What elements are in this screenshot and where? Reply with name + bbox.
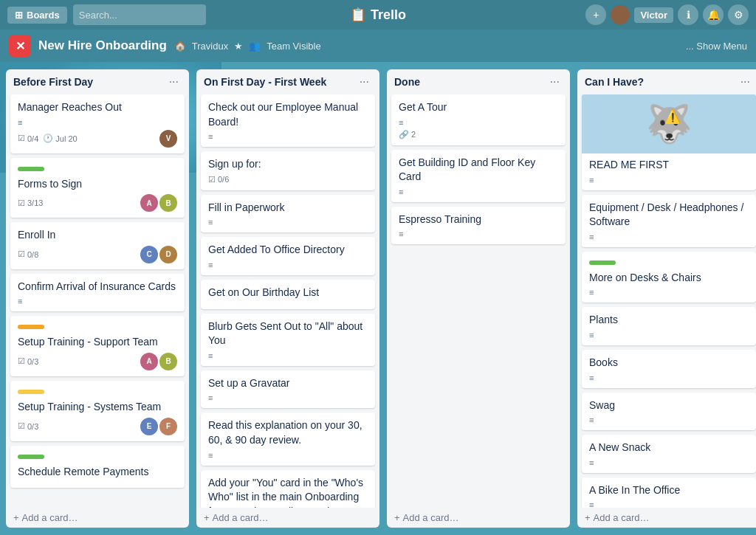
add-card-label: Add a card…: [594, 512, 650, 523]
card-title-gravatar: Set up a Gravatar: [208, 376, 368, 391]
card-meta-get-a-tour: 🔗2: [399, 130, 558, 139]
card-30-60-90[interactable]: Read this explanation on your 30, 60, & …: [201, 413, 375, 465]
avatar-setup-systems-1: F: [159, 418, 177, 435]
add-card-button-first-day-week[interactable]: +Add a card…: [196, 508, 379, 528]
badge-icon: ☑: [18, 421, 25, 431]
avatar-enroll-in-1: D: [159, 246, 177, 263]
column-title-before-first-day: Before First Day: [13, 76, 93, 88]
search-input[interactable]: [73, 4, 206, 25]
badge-icon: ☑: [18, 134, 25, 143]
card-title-equipment: Equipment / Desk / Headphones / Software: [589, 201, 749, 229]
add-card-label: Add a card…: [22, 512, 78, 523]
badge-text: 0/6: [218, 175, 229, 184]
card-manager-reaches-out[interactable]: Manager Reaches Out≡☑0/4🕐Jul 20V: [10, 94, 185, 153]
card-schedule-remote[interactable]: Schedule Remote Payments: [10, 446, 185, 489]
card-read-me-first[interactable]: 🐺⚠️READ ME FIRST≡: [582, 94, 756, 190]
boards-grid-icon: ⊞: [15, 10, 23, 21]
user-menu-button[interactable]: Victor: [634, 7, 673, 23]
card-desc-icon-building-id: ≡: [399, 187, 558, 196]
card-title-plants: Plants: [589, 313, 749, 328]
badge-text: 3/13: [27, 199, 43, 207]
card-get-a-tour[interactable]: Get A Tour≡🔗2: [391, 94, 566, 145]
column-before-first-day: Before First Day···Manager Reaches Out≡☑…: [6, 69, 189, 528]
card-books[interactable]: Books≡: [582, 350, 756, 388]
settings-button[interactable]: ⚙: [728, 4, 749, 25]
card-badge-get-a-tour: 🔗2: [399, 130, 416, 139]
card-setup-systems[interactable]: Setup Training - Systems Team☑0/3EF: [10, 381, 185, 441]
card-confirm-arrival[interactable]: Confirm Arrival of Insurance Cards≡: [10, 274, 185, 312]
card-fill-in-paperwork[interactable]: Fill in Paperwork≡: [201, 195, 375, 233]
add-card-button-can-i-have[interactable]: +Add a card…: [577, 508, 756, 528]
notifications-button[interactable]: 🔔: [703, 4, 724, 25]
add-button[interactable]: +: [585, 4, 606, 25]
board-icon: ✕: [9, 35, 31, 57]
card-employee-manual[interactable]: Check out our Employee Manual Board!≡: [201, 94, 375, 147]
avatar-setup-systems-0: E: [140, 418, 158, 435]
cards-container-first-day-week: Check out our Employee Manual Board!≡Sig…: [196, 94, 379, 508]
card-forms-to-sign[interactable]: Forms to Sign☑3/13AB: [10, 158, 185, 218]
column-menu-button-before-first-day[interactable]: ···: [166, 75, 182, 89]
cards-container-can-i-have: 🐺⚠️READ ME FIRST≡Equipment / Desk / Head…: [577, 94, 756, 508]
card-building-id[interactable]: Get Building ID and Floor Key Card≡: [391, 150, 566, 202]
card-gravatar[interactable]: Set up a Gravatar≡: [201, 370, 375, 409]
top-nav: ⊞ Boards 📋 Trello + Victor ℹ 🔔 ⚙: [0, 0, 756, 30]
column-done: Done···Get A Tour≡🔗2Get Building ID and …: [387, 69, 570, 528]
badge-text: 0/3: [27, 422, 38, 431]
card-desc-icon-equipment: ≡: [589, 232, 749, 241]
column-menu-button-done[interactable]: ···: [547, 75, 563, 89]
column-title-first-day-week: On First Day - First Week: [204, 76, 326, 88]
add-card-label: Add a card…: [213, 512, 269, 523]
card-equipment[interactable]: Equipment / Desk / Headphones / Software…: [582, 195, 756, 247]
card-enroll-in[interactable]: Enroll In☑0/8CD: [10, 222, 185, 269]
info-button[interactable]: ℹ: [678, 4, 698, 25]
board-area: Before First Day···Manager Reaches Out≡☑…: [0, 62, 756, 535]
add-card-button-done[interactable]: +Add a card…: [387, 508, 570, 528]
card-setup-support[interactable]: Setup Training - Support Team☑0/3AB: [10, 316, 185, 376]
card-meta-manager-reaches-out: ☑0/4🕐Jul 20V: [18, 130, 177, 148]
card-label-setup-systems: [18, 390, 44, 394]
card-plants[interactable]: Plants≡: [582, 307, 756, 345]
card-meta-enroll-in: ☑0/8CD: [18, 246, 177, 263]
card-avatars-setup-systems: EF: [140, 418, 177, 435]
card-whos-who[interactable]: Add your "You" card in the "Who's Who" l…: [201, 470, 375, 508]
avatar-enroll-in-0: C: [140, 246, 158, 263]
card-office-directory[interactable]: Get Added To Office Directory≡: [201, 237, 375, 275]
card-title-books: Books: [589, 356, 749, 370]
alert-icon: ⚠️: [664, 108, 681, 125]
card-desc-icon-confirm-arrival: ≡: [18, 297, 177, 306]
card-meta-left-setup-systems: ☑0/3: [18, 421, 38, 431]
card-desc-icon-gravatar: ≡: [208, 393, 368, 402]
card-new-snack[interactable]: A New Snack≡: [582, 435, 756, 473]
card-meta-left-enroll-in: ☑0/8: [18, 249, 38, 259]
trello-logo-icon: 📋: [350, 7, 366, 23]
board-title: New Hire Onboarding: [38, 38, 167, 53]
column-first-day-week: On First Day - First Week···Check out ou…: [196, 69, 379, 528]
card-title-30-60-90: Read this explanation on your 30, 60, & …: [208, 418, 368, 447]
card-swag[interactable]: Swag≡: [582, 393, 756, 431]
column-menu-button-can-i-have[interactable]: ···: [738, 75, 753, 89]
show-menu-button[interactable]: ... Show Menu: [686, 41, 747, 52]
card-meta-setup-support: ☑0/3AB: [18, 353, 177, 370]
add-card-button-before-first-day[interactable]: +Add a card…: [6, 508, 189, 528]
nav-right: + Victor ℹ 🔔 ⚙: [585, 4, 749, 25]
card-blurb[interactable]: Blurb Gets Sent Out to "All" about You≡: [201, 314, 375, 366]
badge-icon: ☑: [18, 249, 25, 259]
card-image-husky: 🐺⚠️: [582, 94, 756, 153]
card-label-forms-to-sign: [18, 167, 44, 171]
card-desc-icon-fill-in-paperwork: ≡: [208, 218, 368, 227]
board-meta: 🏠 Travidux ★ 👥 Team Visible: [174, 41, 321, 52]
star-icon[interactable]: ★: [234, 41, 243, 52]
card-birthday-list[interactable]: Get on Our Birthday List: [201, 280, 375, 309]
card-sign-up-for[interactable]: Sign up for:☑0/6: [201, 151, 375, 190]
team-icon: 👥: [249, 41, 261, 52]
card-badge-sign-up-for: ☑0/6: [208, 175, 229, 184]
card-avatars-enroll-in: CD: [140, 246, 177, 263]
card-badge-forms-to-sign: ☑3/13: [18, 199, 43, 208]
column-menu-button-first-day-week[interactable]: ···: [357, 75, 372, 89]
card-espresso[interactable]: Espresso Training≡: [391, 207, 566, 245]
card-more-desks[interactable]: More on Desks & Chairs≡: [582, 252, 756, 303]
column-title-done: Done: [394, 76, 420, 88]
card-bike[interactable]: A Bike In The Office≡: [582, 477, 756, 508]
user-avatar: [611, 5, 630, 24]
boards-button[interactable]: ⊞ Boards: [7, 7, 67, 24]
